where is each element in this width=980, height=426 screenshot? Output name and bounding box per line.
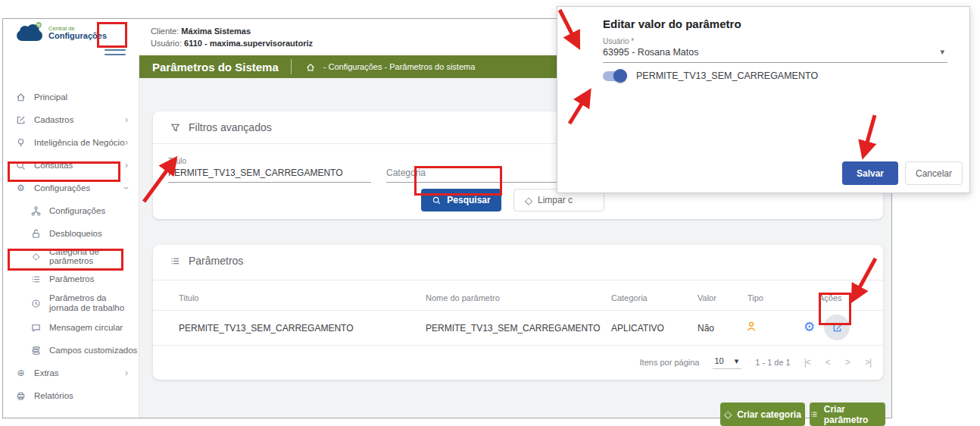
- page-size-select[interactable]: 10 ▾: [713, 356, 741, 369]
- sidebar-item-campos-customizados[interactable]: Campos customizados: [3, 339, 139, 362]
- plus-circle-icon: ⊕: [15, 368, 27, 379]
- sidebar-label: Parâmetros da jornada de trabalho: [49, 293, 128, 313]
- sidebar-label: Relatórios: [34, 391, 73, 400]
- page-title: Parâmetros do Sistema: [139, 61, 279, 74]
- cell-valor: Não: [698, 323, 714, 334]
- usuario-select[interactable]: 63995 - Rosana Matos ▾: [603, 47, 947, 63]
- sidebar-item-relatorios[interactable]: Relatórios: [3, 384, 139, 407]
- sidebar-label: Campos customizados: [49, 346, 137, 355]
- sidebar-item-cadastros[interactable]: Cadastros ›: [3, 108, 139, 131]
- prev-page-button[interactable]: <: [826, 357, 830, 368]
- logo-line2: Configurações: [48, 32, 107, 41]
- caret-down-icon: ▾: [940, 47, 944, 57]
- limpar-label: Limpar c: [538, 195, 573, 205]
- last-page-button[interactable]: >|: [865, 357, 871, 368]
- chevron-right-icon: ›: [125, 137, 128, 148]
- pagination-range: 1 - 1 de 1: [755, 358, 790, 367]
- pesquisar-label: Pesquisar: [447, 195, 490, 205]
- col-acoes: Ações: [819, 293, 842, 302]
- user-type-icon: [745, 321, 757, 335]
- sidebar-label: Mensagem circular: [49, 323, 123, 332]
- chevron-right-icon: ›: [125, 114, 128, 125]
- edit-square-icon: [15, 114, 27, 126]
- sidebar-item-extras[interactable]: ⊕ Extras ›: [3, 362, 139, 384]
- sidebar-label: Parâmetros: [49, 274, 94, 283]
- sidebar-item-principal[interactable]: Principal: [3, 86, 139, 108]
- breadcrumb-home-icon[interactable]: [305, 60, 316, 74]
- cell-categoria: APLICATIVO: [611, 323, 664, 334]
- cloud-logo-icon: ⚙: [15, 24, 44, 42]
- list-icon: [30, 274, 42, 285]
- sidebar-label: Inteligência de Negócio: [34, 138, 125, 147]
- col-titulo: Titulo: [179, 293, 199, 302]
- items-per-page-label: Itens por página: [640, 358, 700, 367]
- usuario-label: Usuário *: [603, 37, 634, 45]
- sidebar-label: Extras: [34, 368, 59, 377]
- app-logo: ⚙ Central de Configurações: [15, 24, 107, 42]
- search-icon: [15, 160, 27, 171]
- edit-action-icon[interactable]: [824, 315, 850, 340]
- search-icon: [432, 196, 442, 205]
- sidebar-item-configuracoes-sub[interactable]: Configurações: [3, 199, 139, 222]
- criar-parametro-button[interactable]: Criar parâmetro: [810, 403, 885, 426]
- unlock-icon: [30, 228, 42, 240]
- sidebar-item-categoria-parametros[interactable]: ◇ Categoria de parâmetros: [3, 245, 139, 268]
- edit-parameter-dialog: Editar valor do parâmetro Usuário * 6399…: [557, 6, 970, 193]
- chevron-right-icon: ›: [125, 368, 128, 378]
- col-tipo: Tipo: [747, 293, 763, 302]
- toggle-label: PERMITE_TV13_SEM_CARREGAMENTO: [636, 70, 818, 81]
- filters-title: Filtros avançados: [189, 121, 272, 133]
- user-label: Usuário:: [151, 39, 182, 48]
- parameters-title: Parâmetros: [189, 255, 243, 267]
- dialog-title: Editar valor do parâmetro: [603, 17, 741, 30]
- sidebar-label: Principal: [34, 92, 67, 102]
- layers-icon: [30, 345, 42, 356]
- sidebar-item-desbloqueios[interactable]: Desbloqueios: [3, 222, 139, 245]
- titulo-input[interactable]: PERMITE_TV13_SEM_CARREGAMENTO: [168, 168, 371, 183]
- gear-icon: ⚙: [15, 183, 27, 194]
- list-icon: [810, 409, 819, 419]
- salvar-button[interactable]: Salvar: [842, 161, 898, 185]
- criar-categoria-label: Criar categoria: [737, 409, 801, 420]
- list-icon: [170, 255, 181, 267]
- chevron-right-icon: ›: [125, 160, 128, 171]
- configure-action-icon[interactable]: ⚙: [804, 321, 815, 334]
- sidebar-item-mensagem-circular[interactable]: Mensagem circular: [3, 316, 139, 339]
- sidebar-label: Consultas: [34, 161, 73, 170]
- salvar-label: Salvar: [857, 168, 884, 179]
- tag-icon: ◇: [30, 251, 42, 262]
- next-page-button[interactable]: >: [845, 357, 850, 368]
- sidebar-item-inteligencia[interactable]: Inteligência de Negócio ›: [3, 131, 139, 154]
- breadcrumb: - Configurações - Parâmetros do sistema: [323, 62, 476, 71]
- sidebar-label: Cadastros: [34, 115, 73, 124]
- client-value: Máxima Sistemas: [181, 27, 251, 36]
- sidebar-label: Categoria de parâmetros: [49, 247, 139, 265]
- col-valor: Valor: [698, 293, 716, 302]
- home-icon: [15, 92, 27, 103]
- sidebar-item-parametros-jornada[interactable]: Parâmetros da jornada de trabalho: [3, 290, 139, 316]
- sidebar-label: Desbloqueios: [49, 229, 102, 238]
- sidebar: Principal Cadastros › Inteligência de Ne…: [3, 55, 139, 418]
- printer-icon: [15, 390, 27, 402]
- cancelar-button[interactable]: Cancelar: [905, 161, 963, 185]
- titulo-field[interactable]: Titulo PERMITE_TV13_SEM_CARREGAMENTO: [168, 157, 371, 183]
- pagination: Itens por página 10 ▾ 1 - 1 de 1 |< < > …: [153, 352, 883, 372]
- diamond-icon: ◇: [525, 196, 532, 205]
- pesquisar-button[interactable]: Pesquisar: [421, 189, 501, 211]
- parameter-toggle[interactable]: [603, 71, 626, 81]
- first-page-button[interactable]: |<: [804, 357, 810, 368]
- sidebar-item-parametros[interactable]: Parâmetros: [3, 268, 139, 290]
- clock-icon: [30, 298, 42, 309]
- client-label: Cliente:: [151, 27, 179, 36]
- caret-down-icon: ▾: [735, 356, 739, 366]
- tag-icon: ◇: [724, 409, 732, 419]
- logo-gear-icon: ⚙: [35, 21, 42, 30]
- titulo-label: Titulo: [168, 157, 371, 165]
- page-size-value: 10: [714, 356, 723, 366]
- sidebar-item-consultas[interactable]: Consultas ›: [3, 154, 139, 177]
- cell-titulo: PERMITE_TV13_SEM_CARREGAMENTO: [179, 323, 354, 334]
- hierarchy-icon: [30, 205, 42, 217]
- sidebar-item-configuracoes[interactable]: ⚙ Configurações ›: [3, 177, 139, 199]
- cell-nome: PERMITE_TV13_SEM_CARREGAMENTO: [426, 323, 601, 334]
- criar-categoria-button[interactable]: ◇ Criar categoria: [720, 403, 805, 426]
